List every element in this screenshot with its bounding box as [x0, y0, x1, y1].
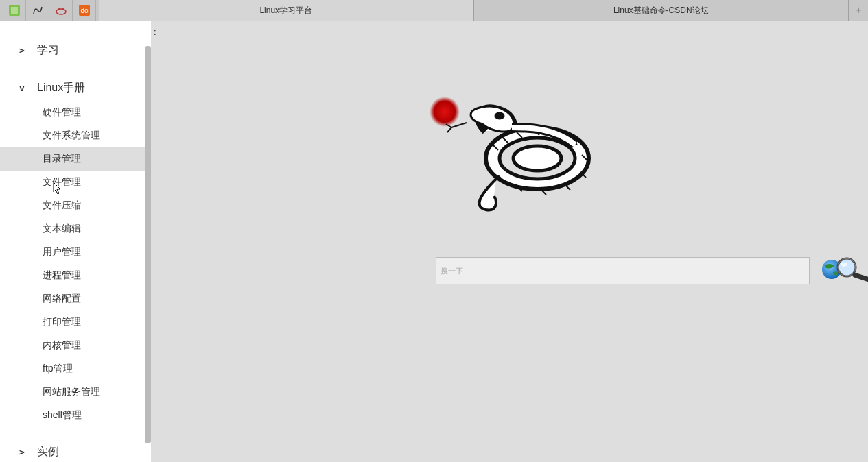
sidebar-item-label: 打印管理	[43, 316, 81, 327]
sidebar-item-kernel[interactable]: 内核管理	[0, 334, 151, 357]
app-body: > 学习 v Linux手册 硬件管理 文件系统管理 目录管理 文件管理 文件压…	[0, 21, 868, 462]
sidebar-item-compress[interactable]: 文件压缩	[0, 194, 151, 217]
svg-point-3	[58, 8, 60, 10]
sidebar-section-study: > 学习	[0, 38, 151, 63]
toolbar-icon-group: do	[0, 0, 99, 21]
sidebar-item-directory[interactable]: 目录管理	[0, 147, 151, 171]
svg-point-4	[62, 8, 64, 10]
svg-text:do: do	[80, 7, 89, 14]
sidebar-item-label: 用户管理	[43, 246, 81, 257]
toolbar-icon-2[interactable]	[26, 0, 49, 21]
corner-text: :	[154, 27, 156, 37]
sidebar-item-label: 进程管理	[43, 269, 81, 280]
chevron-down-icon: v	[19, 83, 29, 93]
sidebar-item-label: 文件压缩	[43, 199, 81, 210]
sidebar-item-file[interactable]: 文件管理	[0, 171, 151, 194]
main-content: :	[151, 21, 868, 462]
browser-tab-0[interactable]: Linux学习平台	[99, 0, 474, 21]
sidebar-item-shell[interactable]: shell管理	[0, 404, 151, 427]
sidebar-section-linux-manual: v Linux手册 硬件管理 文件系统管理 目录管理 文件管理 文件压缩 文本编…	[0, 75, 151, 427]
svg-point-2	[56, 9, 66, 14]
sidebar-header-example[interactable]: > 实例	[0, 439, 151, 462]
sidebar-item-label: 硬件管理	[43, 106, 81, 117]
sidebar-item-network[interactable]: 网络配置	[0, 287, 151, 311]
globe-magnifier-icon	[819, 256, 868, 283]
svg-point-28	[841, 263, 847, 267]
browser-tab-1[interactable]: Linux基础命令-CSDN论坛	[474, 0, 849, 21]
tab-list: Linux学习平台 Linux基础命令-CSDN论坛	[99, 0, 849, 21]
sidebar-section-label: Linux手册	[37, 81, 85, 95]
sidebar: > 学习 v Linux手册 硬件管理 文件系统管理 目录管理 文件管理 文件压…	[0, 21, 151, 462]
sidebar-item-label: 网络配置	[43, 293, 81, 304]
sidebar-scrollbar[interactable]	[145, 46, 151, 443]
toolbar-icon-1[interactable]	[3, 0, 26, 21]
search-input[interactable]	[441, 266, 805, 276]
sidebar-item-text-edit[interactable]: 文本编辑	[0, 217, 151, 241]
sidebar-item-filesystem[interactable]: 文件系统管理	[0, 124, 151, 147]
sidebar-item-hardware[interactable]: 硬件管理	[0, 101, 151, 124]
sidebar-item-label: 目录管理	[43, 153, 81, 164]
chevron-right-icon: >	[19, 447, 29, 457]
sidebar-item-label: 文本编辑	[43, 223, 81, 234]
sidebar-item-process[interactable]: 进程管理	[0, 264, 151, 287]
tab-title: Linux基础命令-CSDN论坛	[613, 5, 709, 16]
toolbar-icon-3[interactable]	[49, 0, 73, 21]
svg-rect-1	[11, 7, 18, 14]
sidebar-item-print[interactable]: 打印管理	[0, 311, 151, 334]
sidebar-header-study[interactable]: > 学习	[0, 38, 151, 63]
sidebar-section-label: 学习	[37, 43, 59, 58]
sidebar-item-label: ftp管理	[43, 363, 73, 374]
tab-title: Linux学习平台	[259, 5, 312, 16]
chevron-right-icon: >	[19, 45, 29, 56]
svg-rect-29	[852, 272, 868, 283]
search-box[interactable]	[436, 257, 810, 284]
svg-point-7	[430, 97, 460, 127]
sidebar-item-website[interactable]: 网站服务管理	[0, 380, 151, 404]
sidebar-item-label: 文件管理	[43, 176, 81, 187]
toolbar-icon-4[interactable]: do	[73, 0, 96, 21]
sidebar-item-label: 文件系统管理	[43, 130, 100, 141]
browser-tabstrip: do Linux学习平台 Linux基础命令-CSDN论坛 +	[0, 0, 868, 21]
svg-point-12	[513, 146, 561, 171]
search-button[interactable]	[818, 252, 868, 287]
hero-snake-logo	[417, 90, 616, 220]
plus-icon: +	[855, 4, 861, 16]
sidebar-section-label: 实例	[37, 445, 59, 459]
sidebar-item-label: 网站服务管理	[43, 386, 100, 397]
sidebar-item-list: 硬件管理 文件系统管理 目录管理 文件管理 文件压缩 文本编辑 用户管理 进程管…	[0, 101, 151, 427]
sidebar-section-example: > 实例	[0, 439, 151, 462]
sidebar-item-label: 内核管理	[43, 339, 81, 350]
sidebar-header-linux-manual[interactable]: v Linux手册	[0, 75, 151, 101]
svg-point-9	[500, 114, 502, 117]
sidebar-item-ftp[interactable]: ftp管理	[0, 357, 151, 380]
sidebar-item-label: shell管理	[43, 409, 82, 420]
sidebar-item-user[interactable]: 用户管理	[0, 241, 151, 264]
new-tab-button[interactable]: +	[849, 0, 868, 21]
